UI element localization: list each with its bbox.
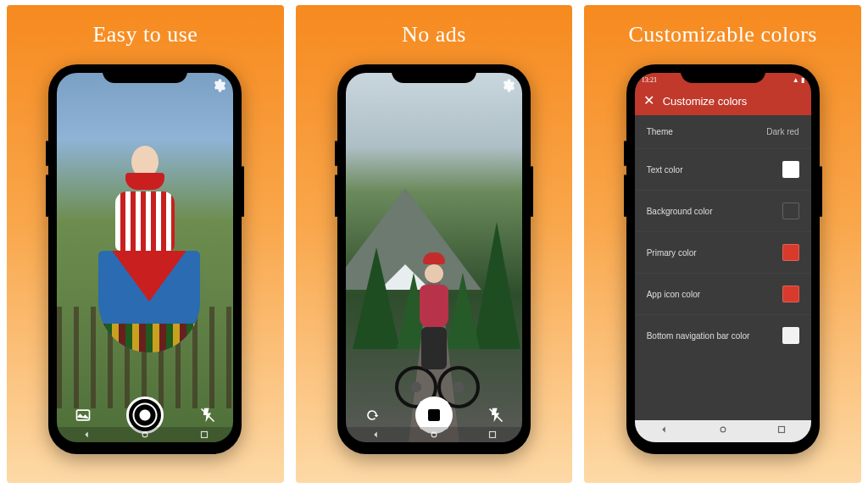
nav-recents-icon[interactable] <box>198 429 210 441</box>
settings-row[interactable]: Background color <box>635 190 811 231</box>
app-bar-title: Customize colors <box>663 95 748 108</box>
settings-row-label: Text color <box>647 165 683 175</box>
headline: Easy to use <box>92 22 198 47</box>
nav-home-icon[interactable] <box>717 424 729 439</box>
promo-panel-noads: No ads <box>296 5 573 483</box>
flash-off-icon[interactable] <box>487 407 504 424</box>
color-swatch[interactable] <box>782 286 799 302</box>
promo-panel-easy: Easy to use <box>7 5 284 483</box>
settings-row-label: App icon color <box>647 290 700 299</box>
flash-off-icon[interactable] <box>199 407 216 424</box>
close-icon[interactable]: ✕ <box>643 94 654 108</box>
svg-point-5 <box>431 432 437 437</box>
color-swatch[interactable] <box>782 202 799 219</box>
settings-row-label: Theme <box>647 127 673 136</box>
color-swatch[interactable] <box>782 327 799 344</box>
nav-back-icon[interactable] <box>370 429 381 441</box>
viewfinder-video <box>346 73 522 442</box>
settings-row[interactable]: Text color <box>635 148 811 190</box>
subject-person <box>98 146 192 400</box>
nav-back-icon[interactable] <box>81 429 92 441</box>
svg-rect-8 <box>778 427 784 433</box>
nav-home-icon[interactable] <box>428 429 440 441</box>
nav-recents-icon[interactable] <box>776 424 787 439</box>
viewfinder-photo <box>57 73 233 442</box>
headline: Customizable colors <box>628 22 817 47</box>
phone-notch <box>392 64 476 83</box>
android-navbar <box>57 427 233 442</box>
svg-point-7 <box>721 427 726 432</box>
gear-icon[interactable] <box>211 78 226 93</box>
svg-point-2 <box>142 432 147 437</box>
camera-screen <box>346 73 522 442</box>
gear-icon[interactable] <box>500 78 515 93</box>
settings-row[interactable]: Bottom navigation bar color <box>635 314 811 356</box>
color-swatch[interactable] <box>782 161 799 178</box>
subject-cyclist <box>409 256 459 383</box>
camera-screen <box>57 73 233 442</box>
settings-list: ThemeDark redText colorBackground colorP… <box>635 115 811 356</box>
app-bar: ✕ Customize colors <box>635 86 811 115</box>
phone-mockup <box>48 64 242 454</box>
headline: No ads <box>402 22 466 47</box>
android-navbar-light <box>635 420 811 442</box>
gallery-thumbnail-icon[interactable] <box>75 407 92 424</box>
settings-row-label: Primary color <box>647 248 697 258</box>
svg-rect-0 <box>76 410 89 420</box>
android-navbar <box>346 427 522 442</box>
status-time: 13:21 <box>642 76 657 84</box>
phone-mockup <box>337 64 531 454</box>
settings-row[interactable]: App icon color <box>635 273 811 314</box>
promo-triptych: Easy to use <box>0 0 868 488</box>
color-swatch[interactable] <box>782 244 799 261</box>
switch-camera-icon[interactable] <box>364 407 381 424</box>
phone-mockup: 13:21 ▲ ▮ ✕ Customize colors ThemeDark r… <box>626 64 820 454</box>
status-icons: ▲ ▮ <box>793 76 804 84</box>
phone-notch <box>681 64 765 83</box>
settings-row-label: Bottom navigation bar color <box>647 331 750 341</box>
svg-rect-6 <box>490 432 496 438</box>
settings-screen: 13:21 ▲ ▮ ✕ Customize colors ThemeDark r… <box>635 73 811 442</box>
svg-rect-3 <box>201 432 207 438</box>
phone-notch <box>103 64 187 83</box>
nav-back-icon[interactable] <box>658 424 670 439</box>
settings-row-label: Background color <box>647 207 713 216</box>
settings-row[interactable]: ThemeDark red <box>635 115 811 148</box>
nav-home-icon[interactable] <box>139 429 151 441</box>
promo-panel-colors: Customizable colors 13:21 ▲ ▮ ✕ Customiz… <box>584 5 861 483</box>
settings-row-value: Dark red <box>766 127 798 136</box>
nav-recents-icon[interactable] <box>487 429 498 441</box>
settings-row[interactable]: Primary color <box>635 231 811 273</box>
